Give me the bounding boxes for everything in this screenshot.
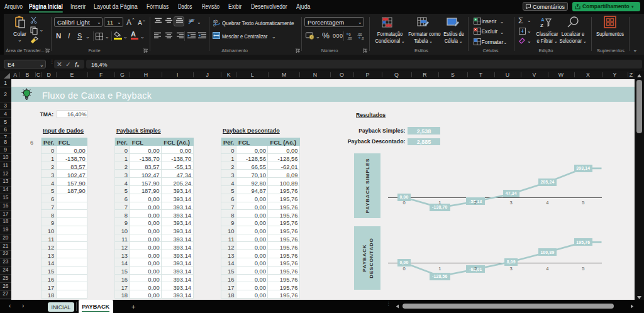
svg-text:ab: ab (189, 18, 194, 23)
svg-text:A: A (541, 17, 545, 23)
svg-text:.0: .0 (361, 36, 364, 40)
svg-text:Z: Z (540, 23, 543, 28)
svg-text:.00: .00 (347, 36, 352, 40)
